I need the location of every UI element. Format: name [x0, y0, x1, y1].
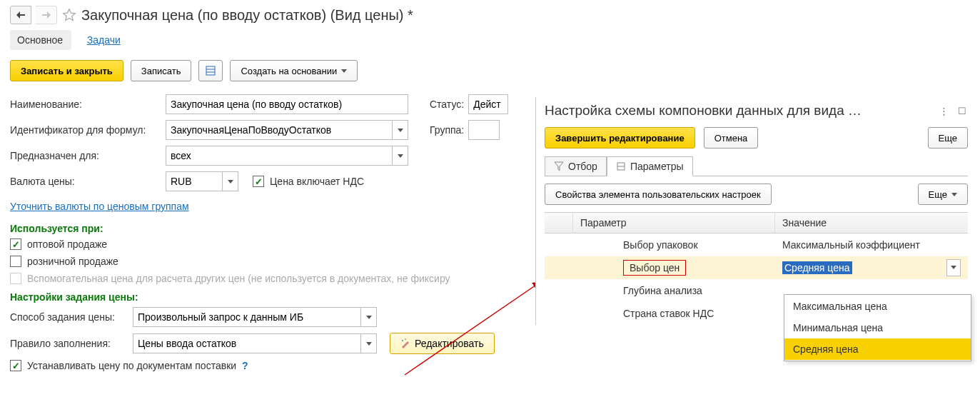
- retail-checkbox[interactable]: [10, 256, 21, 267]
- dropdown-option[interactable]: Максимальная цена: [784, 296, 971, 317]
- currency-label: Валюта цены:: [10, 176, 166, 187]
- chevron-down-icon: [228, 180, 233, 184]
- rule-input[interactable]: [133, 333, 361, 353]
- param-value-editing[interactable]: Средняя цена: [782, 261, 852, 274]
- create-based-on-button[interactable]: Создать на основании: [230, 60, 358, 81]
- nav-back-button[interactable]: [10, 6, 31, 24]
- tab-filter[interactable]: Отбор: [545, 156, 607, 176]
- group-input[interactable]: [468, 120, 500, 140]
- tab-tasks[interactable]: Задачи: [80, 30, 129, 50]
- value-dropdown-button[interactable]: [946, 259, 961, 276]
- set-by-docs-label: Устанавливать цену по документам поставк…: [27, 360, 236, 371]
- param-name: Глубина анализа: [573, 281, 775, 300]
- vat-label: Цена включает НДС: [270, 176, 364, 187]
- tab-main[interactable]: Основное: [10, 30, 71, 50]
- id-input[interactable]: [166, 120, 393, 140]
- param-value: [775, 287, 968, 294]
- group-label: Группа:: [430, 124, 464, 136]
- create-based-label: Создать на основании: [241, 66, 337, 76]
- purpose-label: Предназначен для:: [10, 150, 166, 161]
- edit-rule-label: Редактировать: [415, 338, 484, 349]
- list-view-button[interactable]: [198, 60, 223, 81]
- dropdown-option-hover[interactable]: Средняя цена: [784, 338, 971, 360]
- chevron-down-icon: [366, 316, 372, 319]
- chevron-down-icon: [398, 129, 403, 132]
- finish-edit-button[interactable]: Завершить редактирование: [545, 127, 695, 149]
- dialog-more-label: Еще: [939, 133, 957, 144]
- page-title: Закупочная цена (по вводу остатков) (Вид…: [81, 7, 413, 24]
- id-dropdown-button[interactable]: [393, 120, 408, 140]
- method-input[interactable]: [133, 307, 361, 327]
- name-input[interactable]: [166, 94, 408, 114]
- funnel-icon: [554, 161, 564, 171]
- chevron-down-icon: [366, 342, 372, 346]
- wholesale-checkbox[interactable]: [10, 238, 21, 250]
- param-name: Страна ставок НДС: [573, 304, 775, 323]
- tab-filter-label: Отбор: [568, 161, 597, 172]
- param-name-highlighted: Выбор цен: [623, 260, 686, 276]
- arrow-right-icon: [42, 11, 51, 19]
- param-row-selected[interactable]: Выбор цен Средняя цена: [545, 256, 968, 279]
- col-checkbox: [545, 213, 573, 233]
- arrow-left-icon: [16, 11, 25, 19]
- magic-wand-icon: [400, 338, 410, 348]
- currency-groups-link[interactable]: Уточнить валюты по ценовым группам: [10, 201, 189, 212]
- wholesale-label: оптовой продаже: [27, 238, 107, 250]
- dropdown-option[interactable]: Минимальная цена: [784, 317, 971, 338]
- currency-dropdown-button[interactable]: [223, 171, 238, 191]
- chevron-down-icon: [951, 266, 956, 269]
- param-value: Максимальный коэффициент: [775, 236, 968, 254]
- svg-point-4: [405, 338, 406, 340]
- cancel-button[interactable]: Отмена: [704, 127, 759, 149]
- aux-label: Вспомогательная цена для расчета других …: [27, 273, 450, 284]
- method-dropdown-button[interactable]: [361, 307, 377, 327]
- svg-point-3: [402, 340, 403, 341]
- svg-rect-0: [206, 66, 215, 75]
- rule-dropdown-button[interactable]: [361, 333, 377, 353]
- edit-rule-button[interactable]: Редактировать: [390, 333, 495, 354]
- id-label: Идентификатор для формул:: [10, 124, 166, 136]
- dialog-more-icon[interactable]: ⋮: [938, 105, 949, 116]
- aux-checkbox: [10, 273, 21, 284]
- vat-checkbox[interactable]: [253, 176, 264, 187]
- status-label: Статус:: [430, 99, 464, 110]
- dialog-more-button[interactable]: Еще: [928, 127, 968, 149]
- list-icon: [206, 66, 216, 76]
- user-settings-props-button[interactable]: Свойства элемента пользовательских настр…: [545, 184, 772, 205]
- save-button[interactable]: Записать: [131, 60, 192, 81]
- favorite-star-icon[interactable]: [61, 7, 77, 23]
- chevron-down-icon: [951, 193, 957, 196]
- retail-label: розничной продаже: [27, 256, 118, 267]
- method-label: Способ задания цены:: [10, 311, 133, 323]
- save-and-close-button[interactable]: Записать и закрыть: [10, 60, 123, 81]
- dialog-inner-more-label: Еще: [929, 189, 947, 200]
- purpose-dropdown-button[interactable]: [393, 146, 408, 166]
- dcs-settings-dialog: Настройка схемы компоновки данных для ви…: [535, 97, 976, 325]
- dialog-title: Настройка схемы компоновки данных для ви…: [545, 103, 931, 119]
- purpose-input[interactable]: [166, 146, 393, 166]
- currency-input[interactable]: [166, 171, 223, 191]
- tab-parameters[interactable]: Параметры: [607, 156, 693, 176]
- help-icon[interactable]: ?: [242, 360, 248, 371]
- params-icon: [616, 161, 626, 171]
- value-dropdown-list: Максимальная цена Минимальная цена Средн…: [784, 294, 971, 361]
- nav-forward-button[interactable]: [36, 6, 57, 24]
- dialog-inner-more-button[interactable]: Еще: [918, 184, 968, 205]
- status-input[interactable]: [468, 94, 508, 114]
- chevron-down-icon: [398, 154, 403, 158]
- col-parameter: Параметр: [573, 213, 775, 233]
- chevron-down-icon: [341, 69, 347, 73]
- name-label: Наименование:: [10, 99, 166, 110]
- param-row[interactable]: Выбор упаковок Максимальный коэффициент: [545, 233, 968, 256]
- rule-label: Правило заполнения:: [10, 338, 133, 349]
- col-value: Значение: [775, 213, 968, 233]
- set-by-docs-checkbox[interactable]: [10, 360, 21, 371]
- param-name: Выбор упаковок: [573, 236, 775, 254]
- tab-parameters-label: Параметры: [630, 161, 684, 172]
- dialog-maximize-icon[interactable]: ☐: [956, 105, 968, 116]
